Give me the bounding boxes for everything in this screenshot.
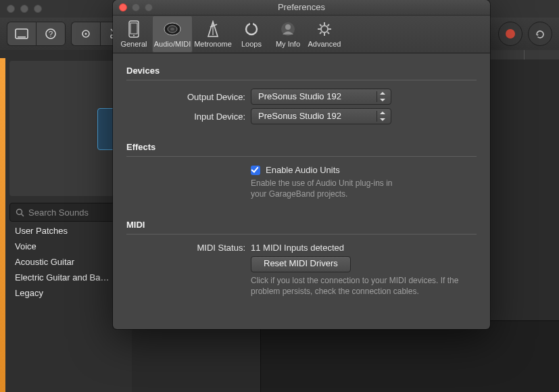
person-icon: [278, 20, 298, 38]
tab-advanced[interactable]: Advanced: [306, 16, 343, 53]
enable-audio-units-label: Enable Audio Units: [266, 165, 340, 175]
chevron-updown-icon: [379, 111, 387, 122]
section-midi: MIDI: [126, 213, 477, 235]
library-list[interactable]: User Patches Voice Acoustic Guitar Elect…: [9, 223, 126, 301]
tab-label: Loops: [241, 40, 262, 48]
svg-line-27: [320, 24, 322, 26]
enable-audio-units-checkbox[interactable]: [251, 166, 260, 175]
main-traffic-lights[interactable]: [7, 5, 42, 13]
tab-loops[interactable]: Loops: [233, 16, 270, 53]
tab-label: Audio/MIDI: [154, 40, 191, 48]
search-placeholder: Search Sounds: [28, 207, 89, 218]
midi-status-value: 11 MIDI Inputs detected: [251, 243, 344, 253]
effects-hint: Enable the use of Audio Unit plug-ins in…: [251, 178, 399, 199]
output-device-label: Output Device:: [126, 92, 251, 102]
svg-rect-1: [18, 36, 26, 38]
svg-line-9: [22, 214, 24, 216]
zoom-icon[interactable]: [34, 5, 42, 13]
pref-titlebar[interactable]: Preferences: [113, 0, 490, 16]
svg-point-22: [321, 26, 328, 32]
library-toggle-group[interactable]: ?: [7, 22, 66, 46]
tab-label: Metronome: [194, 40, 232, 48]
pref-title: Preferences: [113, 0, 490, 15]
list-item[interactable]: Acoustic Guitar: [9, 254, 126, 270]
tab-metronome[interactable]: Metronome: [193, 16, 233, 53]
track-lane[interactable]: [132, 320, 559, 392]
preferences-window: Preferences General Audio/MIDI Metronome: [113, 0, 490, 329]
section-effects: Effects: [126, 135, 477, 157]
track-header-area[interactable]: [9, 61, 126, 196]
input-device-label: Input Device:: [126, 112, 251, 122]
tab-my-info[interactable]: My Info: [270, 16, 306, 53]
metronome-icon: [203, 20, 223, 38]
svg-point-21: [285, 24, 291, 30]
svg-point-8: [17, 209, 22, 214]
loop-icon: [241, 20, 262, 38]
midi-status-label: MIDI Status:: [126, 243, 251, 253]
pref-toolbar: General Audio/MIDI Metronome Loops My In…: [113, 16, 490, 53]
output-device-value: PreSonus Studio 192: [258, 91, 341, 101]
input-device-value: PreSonus Studio 192: [258, 111, 341, 121]
pref-body: Devices Output Device: PreSonus Studio 1…: [113, 52, 490, 329]
list-item[interactable]: User Patches: [9, 223, 126, 239]
library-icon[interactable]: [7, 22, 36, 46]
tab-audio-midi[interactable]: Audio/MIDI: [152, 16, 193, 53]
section-devices: Devices: [126, 59, 477, 80]
input-device-popup[interactable]: PreSonus Studio 192: [251, 108, 391, 124]
svg-point-5: [85, 33, 87, 35]
midi-hint: Click if you lost the connection to your…: [251, 276, 477, 297]
tab-label: General: [120, 40, 147, 48]
gear-icon: [314, 20, 335, 38]
svg-point-15: [170, 28, 174, 31]
search-icon: [16, 208, 24, 217]
svg-line-29: [320, 32, 322, 34]
tab-label: My Info: [276, 40, 300, 48]
reset-midi-button[interactable]: Reset MIDI Drivers: [251, 256, 351, 272]
settings-icon[interactable]: [71, 22, 100, 46]
record-button[interactable]: [498, 22, 522, 46]
tab-general[interactable]: General: [116, 16, 152, 53]
svg-line-30: [328, 24, 330, 26]
svg-rect-11: [130, 23, 137, 34]
list-item[interactable]: Electric Guitar and Ba…: [9, 270, 126, 285]
output-device-popup[interactable]: PreSonus Studio 192: [251, 89, 391, 105]
svg-text:?: ?: [49, 30, 53, 38]
track-lane-header[interactable]: [132, 321, 261, 392]
help-icon[interactable]: ?: [36, 22, 66, 46]
speaker-icon: [162, 20, 183, 38]
phone-icon: [124, 20, 144, 38]
minimize-icon[interactable]: [20, 5, 28, 13]
list-item[interactable]: Voice: [9, 239, 126, 254]
list-item[interactable]: Legacy: [9, 285, 126, 301]
cycle-button[interactable]: [528, 22, 552, 46]
svg-line-28: [328, 32, 330, 34]
svg-point-12: [133, 35, 135, 36]
close-icon[interactable]: [7, 5, 15, 13]
tab-label: Advanced: [308, 40, 341, 48]
chevron-updown-icon: [379, 91, 387, 102]
svg-rect-19: [250, 22, 253, 26]
track-color-strip: [0, 58, 5, 392]
